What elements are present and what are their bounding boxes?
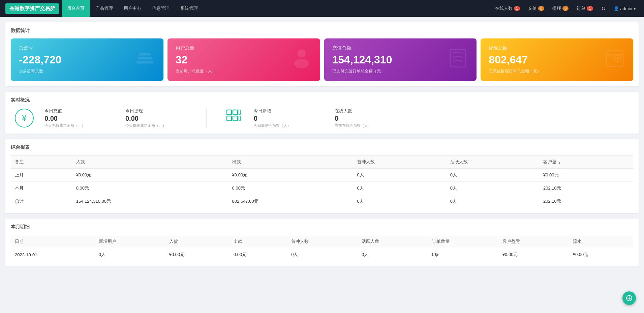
recharge-icon [446, 46, 470, 74]
nav-item-info[interactable]: 信息管理 [147, 0, 175, 17]
nav-menu: 后台首页 产品管理 用户中心 信息管理 系统管理 [62, 0, 492, 17]
monthly-active: 0人 [358, 248, 428, 261]
report-row-lastmonth-first: 0人 [353, 169, 446, 182]
user-icon: 👤 [614, 6, 619, 11]
col-date: 日期 [11, 235, 95, 248]
svg-rect-14 [233, 116, 238, 121]
report-row-lastmonth-outcome: ¥0.00元 [228, 169, 353, 182]
today-withdraw-sub: 今日提现成功金额（元） [125, 123, 193, 128]
today-new-label: 今日新增 [254, 108, 321, 114]
nav-item-system[interactable]: 系统管理 [175, 0, 203, 17]
yen-circle-icon: ¥ [15, 109, 34, 127]
nav-item-products[interactable]: 产品管理 [90, 0, 118, 17]
report-row-total-label: 总计 [11, 195, 72, 208]
svg-rect-12 [233, 110, 238, 115]
navbar-right: 在线人数 1 充值 0 提现 0 订单 1 ↻ 👤 admin ▾ [492, 4, 639, 13]
report-row-lastmonth-active: 0人 [446, 169, 539, 182]
report-row-total-outcome: 802,647.00元 [228, 195, 353, 208]
col-profit-monthly: 客户盈亏 [498, 235, 569, 248]
refresh-button[interactable]: ↻ [599, 4, 608, 13]
report-row-lastmonth-income: ¥0.00元 [72, 169, 228, 182]
stat-cards-grid: 总盈亏 -228,720 当前盈亏总数 用户总量 32 当前用户总数量（人） [11, 38, 633, 81]
stat-card-withdraw: 提现总额 802,647 已完成提现订单总金额（元） [481, 38, 633, 81]
monthly-new-users: 0人 [95, 248, 165, 261]
report-row-thismonth-income: 0.00元 [72, 182, 228, 195]
online-badge: 1 [514, 6, 520, 11]
order-badge: 1 [587, 6, 593, 11]
today-new-value: 0 [254, 115, 321, 122]
monthly-detail-section: 本月明细 日期 新增用户 入款 出款 首冲人数 活跃人数 订单数量 客户盈亏 流… [5, 219, 639, 266]
today-recharge-stat: 今日充值 0.00 今日充值成功金额（元） [44, 108, 112, 128]
monthly-first: 0人 [287, 248, 358, 261]
report-row-thismonth-active: 0人 [446, 182, 539, 195]
report-row-lastmonth-label: 上月 [11, 169, 72, 182]
order-item[interactable]: 订单 1 [574, 4, 595, 13]
realtime-finance-stats: 今日充值 0.00 今日充值成功金额（元） 今日提现 0.00 今日提现成功金额… [44, 108, 193, 128]
realtime-member-stats: 今日新增 0 今日新增会员数（人） 在线人数 0 当前在线会员数（人） [254, 108, 402, 128]
navbar: 香港数字资产交易所 后台首页 产品管理 用户中心 信息管理 系统管理 在线人数 … [0, 0, 644, 17]
nav-item-users[interactable]: 用户中心 [118, 0, 147, 17]
svg-rect-11 [227, 110, 232, 115]
col-profit: 客户盈亏 [539, 155, 633, 169]
report-row-total: 总计 154,124,310.00元 802,647.00元 0人 0人 202… [11, 195, 633, 208]
report-row-thismonth-profit: 202.10元 [539, 182, 633, 195]
withdraw-item[interactable]: 提现 0 [550, 4, 571, 13]
online-label: 在线人数 [495, 5, 513, 11]
svg-point-3 [298, 50, 306, 58]
stat-card-recharge: 充值总额 154,124,310 已支付充值订单总金额（元） [324, 38, 477, 81]
main-content: 数据统计 总盈亏 -228,720 当前盈亏总数 用户总量 32 当前用户总数量… [0, 17, 644, 277]
today-recharge-sub: 今日充值成功金额（元） [44, 123, 112, 128]
report-section-title: 综合报表 [11, 144, 633, 150]
online-members-value: 0 [335, 115, 402, 122]
realtime-section-title: 实时概况 [11, 97, 633, 103]
nav-item-home[interactable]: 后台首页 [62, 0, 90, 17]
stat-card-profit: 总盈亏 -228,720 当前盈亏总数 [11, 38, 163, 81]
report-row-total-income: 154,124,310.00元 [72, 195, 228, 208]
online-members-label: 在线人数 [335, 108, 402, 114]
svg-point-4 [294, 59, 309, 68]
profit-icon [133, 46, 157, 74]
report-row-thismonth: 本月 0.00元 0.00元 0人 0人 202.10元 [11, 182, 633, 195]
today-recharge-value: 0.00 [44, 115, 112, 122]
withdraw-icon [603, 46, 626, 74]
col-turnover: 流水 [569, 235, 633, 248]
col-remark: 备注 [11, 155, 72, 169]
col-first-monthly: 首冲人数 [287, 235, 358, 248]
col-outcome: 出款 [228, 155, 353, 169]
report-row-thismonth-outcome: 0.00元 [228, 182, 353, 195]
recharge-item[interactable]: 充值 0 [525, 4, 547, 13]
order-label: 订单 [577, 5, 585, 11]
svg-rect-0 [136, 61, 153, 64]
report-table-header: 备注 入款 出款 首冲人数 活跃人数 客户盈亏 [11, 155, 633, 169]
report-section: 综合报表 备注 入款 出款 首冲人数 活跃人数 客户盈亏 上月 ¥0.00元 ¥… [5, 139, 639, 213]
monthly-detail-table: 日期 新增用户 入款 出款 首冲人数 活跃人数 订单数量 客户盈亏 流水 202… [11, 235, 633, 261]
members-icon [226, 109, 241, 127]
realtime-section: 实时概况 ¥ 今日充值 0.00 今日充值成功金额（元） 今日提现 0.00 今… [5, 92, 639, 134]
realtime-row: ¥ 今日充值 0.00 今日充值成功金额（元） 今日提现 0.00 今日提现成功… [11, 108, 633, 128]
monthly-detail-title: 本月明细 [11, 224, 633, 230]
monthly-orders: 0条 [428, 248, 498, 261]
col-first-charge: 首冲人数 [353, 155, 446, 169]
brand-logo: 香港数字资产交易所 [5, 3, 59, 14]
col-active-monthly: 活跃人数 [358, 235, 428, 248]
svg-rect-1 [138, 57, 152, 60]
col-income-monthly: 入款 [165, 235, 229, 248]
withdraw-label: 提现 [552, 5, 561, 11]
recharge-badge: 0 [538, 6, 544, 11]
monthly-income: ¥0.00元 [165, 248, 229, 261]
user-menu[interactable]: 👤 admin ▾ [611, 5, 639, 12]
report-row-total-profit: 202.10元 [539, 195, 633, 208]
col-outcome-monthly: 出款 [229, 235, 287, 248]
yen-icon-block: ¥ [11, 109, 38, 127]
report-row-lastmonth-profit: ¥0.00元 [539, 169, 633, 182]
col-active: 活跃人数 [446, 155, 539, 169]
svg-rect-13 [227, 116, 232, 121]
svg-rect-16 [239, 116, 240, 121]
users-icon [290, 46, 313, 74]
today-recharge-label: 今日充值 [44, 108, 112, 114]
monthly-turnover: ¥0.00元 [569, 248, 633, 261]
today-withdraw-label: 今日提现 [125, 108, 193, 114]
monthly-table-header: 日期 新增用户 入款 出款 首冲人数 活跃人数 订单数量 客户盈亏 流水 [11, 235, 633, 248]
online-count-item[interactable]: 在线人数 1 [492, 4, 523, 13]
stat-cards-section: 数据统计 总盈亏 -228,720 当前盈亏总数 用户总量 32 当前用户总数量… [5, 22, 639, 86]
